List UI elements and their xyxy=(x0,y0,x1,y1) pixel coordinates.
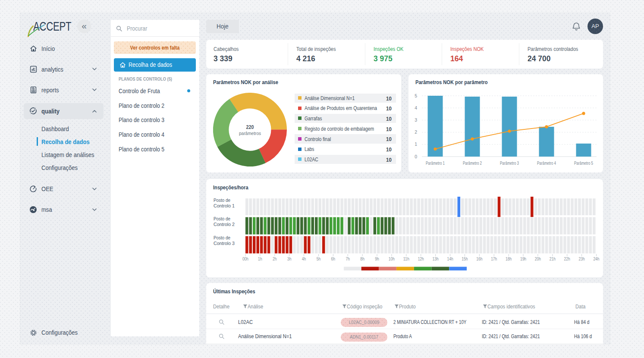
svg-text:4: 4 xyxy=(415,105,417,110)
svg-text:18h: 18h xyxy=(506,257,512,261)
svg-text:22h: 22h xyxy=(564,257,570,261)
svg-text:2h: 2h xyxy=(273,257,277,261)
svg-text:00h: 00h xyxy=(242,257,248,261)
svg-text:4h: 4h xyxy=(302,257,306,261)
svg-text:9h: 9h xyxy=(375,257,379,261)
svg-text:Posto de: Posto de xyxy=(214,197,230,202)
svg-text:3: 3 xyxy=(415,117,417,122)
svg-text:12h: 12h xyxy=(418,257,424,261)
svg-text:Parâmetro 5: Parâmetro 5 xyxy=(574,160,593,166)
svg-text:Parâmetro 2: Parâmetro 2 xyxy=(463,160,482,166)
svg-text:5: 5 xyxy=(415,93,417,98)
svg-text:24h: 24h xyxy=(593,257,599,261)
svg-text:Controlo 3: Controlo 3 xyxy=(214,241,235,246)
svg-text:23h: 23h xyxy=(579,257,585,261)
svg-text:8h: 8h xyxy=(360,257,364,261)
svg-text:19h: 19h xyxy=(520,257,526,261)
svg-text:Posto de: Posto de xyxy=(214,235,230,240)
svg-text:11h: 11h xyxy=(403,257,409,261)
svg-text:16h: 16h xyxy=(476,257,482,261)
svg-text:5h: 5h xyxy=(317,257,321,261)
svg-text:15h: 15h xyxy=(462,257,468,261)
svg-text:0: 0 xyxy=(415,154,417,159)
svg-text:Parâmetro 1: Parâmetro 1 xyxy=(426,160,445,166)
svg-text:21h: 21h xyxy=(550,257,556,261)
svg-text:Controlo 1: Controlo 1 xyxy=(214,203,235,208)
svg-text:17h: 17h xyxy=(491,257,497,261)
svg-text:10h: 10h xyxy=(389,257,395,261)
svg-text:2: 2 xyxy=(415,129,417,135)
svg-text:1: 1 xyxy=(415,141,417,147)
svg-text:Posto de: Posto de xyxy=(214,216,230,221)
svg-text:Parâmetro 3: Parâmetro 3 xyxy=(500,160,519,166)
svg-text:7h: 7h xyxy=(346,257,350,261)
svg-text:14h: 14h xyxy=(447,257,453,261)
svg-text:6h: 6h xyxy=(331,257,336,261)
svg-text:20h: 20h xyxy=(535,257,541,261)
svg-text:1h: 1h xyxy=(258,257,262,261)
svg-text:13h: 13h xyxy=(433,257,439,261)
svg-text:Parâmetro 4: Parâmetro 4 xyxy=(537,160,556,166)
svg-text:Controlo 2: Controlo 2 xyxy=(214,222,235,227)
svg-text:3h: 3h xyxy=(287,257,292,261)
